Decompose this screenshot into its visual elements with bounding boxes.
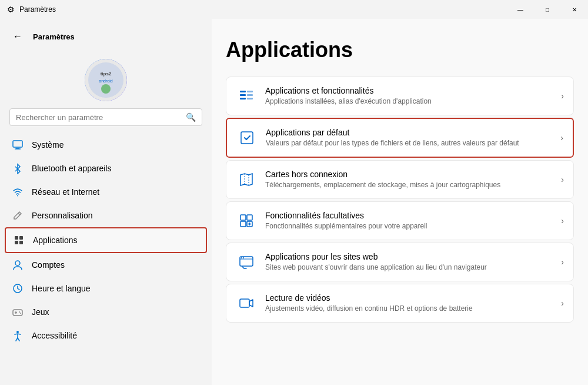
sidebar-top: ← Paramètres [0,19,212,49]
sidebar-item-accessibilite[interactable]: Accessibilité [5,324,207,347]
svg-point-3 [101,84,111,94]
sidebar-item-heure[interactable]: Heure et langue [5,277,207,300]
chevron-right-icon-5: › [561,257,564,267]
svg-rect-11 [19,241,23,244]
avatar-area: tips2 android [0,49,212,108]
accessibility-icon [12,330,24,341]
svg-point-17 [19,311,20,313]
svg-rect-30 [247,215,252,220]
settings-item-desc-apps-defaut: Valeurs par défaut pour les types de fic… [266,138,554,148]
optional-icon [236,210,257,231]
settings-item-apps-defaut[interactable]: Applications par défaut Valeurs par défa… [226,118,574,158]
settings-item-cartes[interactable]: Cartes hors connexion Téléchargements, e… [226,160,574,199]
chevron-right-icon-3: › [561,175,564,184]
settings-item-fonc-facultatives[interactable]: Fonctionnalités facultatives Fonctionnal… [226,201,574,240]
settings-item-desc-apps-web: Sites web pouvant s'ouvrir dans une appl… [265,263,555,273]
maximize-button[interactable]: □ [534,0,561,19]
svg-rect-21 [240,94,246,96]
settings-item-apps-web[interactable]: Applications pour les sites web Sites we… [226,243,574,281]
sidebar-label-systeme: Système [32,140,64,150]
pencil-icon [12,210,24,221]
svg-rect-26 [241,132,253,144]
settings-item-title-apps-defaut: Applications par défaut [266,128,554,137]
monitor-icon [12,139,24,151]
titlebar-title: Paramètres [19,5,56,14]
search-icon: 🔍 [186,112,196,122]
settings-item-text-apps-defaut: Applications par défaut Valeurs par défa… [266,128,554,148]
sidebar-item-applications[interactable]: Applications [5,227,207,253]
settings-item-desc-videos: Ajustements vidéo, diffusion en continu … [265,304,555,314]
titlebar-controls: — □ ✕ [507,0,588,19]
sidebar-item-comptes[interactable]: Comptes [5,253,207,277]
chevron-right-icon: › [561,91,564,101]
sidebar-item-jeux[interactable]: Jeux [5,300,207,324]
settings-item-desc-cartes: Téléchargements, emplacement de stockage… [265,180,555,190]
svg-rect-14 [13,310,22,316]
settings-item-text-cartes: Cartes hors connexion Téléchargements, e… [265,170,555,190]
settings-item-title-fonc-facultatives: Fonctionnalités facultatives [265,211,555,220]
person-icon [12,259,24,271]
settings-item-text-apps-fonctionnalites: Applications et fonctionnalités Applicat… [265,86,555,107]
default-apps-icon [236,127,258,148]
sidebar-label-applications: Applications [33,235,78,245]
sidebar-item-reseau[interactable]: Réseau et Internet [5,180,207,204]
chevron-right-icon-2: › [560,133,563,142]
sidebar-label-heure: Heure et langue [32,284,91,293]
settings-list: Applications et fonctionnalités Applicat… [226,77,574,323]
apps-icon [13,234,25,246]
settings-item-videos[interactable]: Lecture de vidéos Ajustements vidéo, dif… [226,284,574,323]
sidebar-item-systeme[interactable]: Système [5,133,207,157]
sidebar-item-perso[interactable]: Personnalisation [5,204,207,227]
main-content: Applications Applications et fonctionnal… [212,19,588,385]
svg-rect-9 [19,236,23,240]
map-icon [236,169,257,190]
page-title: Applications [226,38,574,62]
svg-rect-25 [247,98,253,99]
video-icon [236,293,257,314]
nav-list: Système Bluetooth et appareils [0,131,212,350]
svg-rect-38 [240,299,249,307]
search-area: 🔍 [0,108,212,131]
svg-rect-4 [13,141,22,147]
back-button[interactable]: ← [9,28,26,45]
chevron-right-icon-6: › [561,298,564,308]
svg-point-7 [17,195,18,197]
avatar: tips2 android [85,59,127,101]
svg-point-19 [16,331,19,333]
svg-rect-24 [247,94,253,96]
settings-item-title-apps-web: Applications pour les sites web [265,252,555,261]
settings-item-title-videos: Lecture de vidéos [265,293,555,303]
settings-item-apps-fonctionnalites[interactable]: Applications et fonctionnalités Applicat… [226,77,574,115]
app-layout: ← Paramètres tips2 android 🔍 [0,19,588,385]
sidebar-header: Paramètres [33,32,75,41]
search-box: 🔍 [9,108,202,126]
svg-point-37 [243,257,244,258]
sidebar-label-bluetooth: Bluetooth et appareils [32,164,111,173]
svg-point-18 [20,313,21,314]
svg-rect-23 [247,91,253,92]
settings-item-title-cartes: Cartes hors connexion [265,170,555,179]
sidebar-label-accessibilite: Accessibilité [32,331,77,340]
sidebar-label-jeux: Jeux [32,307,49,317]
sidebar-label-comptes: Comptes [32,260,65,270]
titlebar-icon: ⚙ [7,5,15,14]
settings-item-title-apps-fonctionnalites: Applications et fonctionnalités [265,86,555,95]
svg-rect-22 [240,98,246,99]
settings-item-text-apps-web: Applications pour les sites web Sites we… [265,252,555,273]
sidebar-item-bluetooth[interactable]: Bluetooth et appareils [5,157,207,180]
bluetooth-icon [12,162,24,174]
svg-rect-8 [15,236,18,240]
settings-item-text-videos: Lecture de vidéos Ajustements vidéo, dif… [265,293,555,314]
web-apps-icon [236,251,257,273]
svg-rect-10 [15,241,18,244]
list-apps-icon [236,85,257,107]
svg-text:android: android [99,79,112,83]
svg-rect-31 [240,221,246,227]
chevron-right-icon-4: › [561,216,564,225]
minimize-button[interactable]: — [507,0,534,19]
settings-item-desc-apps-fonctionnalites: Applications installées, alias d'exécuti… [265,97,555,107]
close-button[interactable]: ✕ [561,0,588,19]
svg-point-36 [241,257,242,258]
gamepad-icon [12,306,24,318]
search-input[interactable] [16,113,181,122]
